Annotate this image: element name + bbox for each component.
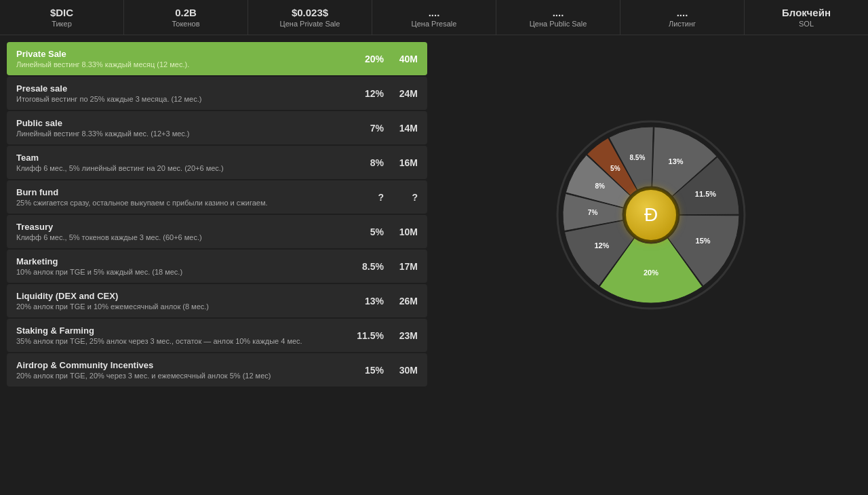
row-title-0: Private Sale bbox=[16, 49, 350, 59]
row-desc-6: 10% анлок при TGE и 5% каждый мес. (18 м… bbox=[16, 268, 350, 276]
row-left-2: Public sale Линейный вестинг 8.33% кажды… bbox=[16, 118, 350, 138]
row-title-3: Team bbox=[16, 153, 350, 163]
pie-chart: 20%12%7%8%5%8.5%13%11.5%15% Ð bbox=[542, 100, 760, 330]
row-title-1: Presale sale bbox=[16, 83, 350, 94]
allocation-row-7[interactable]: Liquidity (DEX and CEX) 20% анлок при TG… bbox=[7, 284, 427, 317]
row-desc-1: Итоговый вестинг по 25% каждые 3 месяца.… bbox=[16, 95, 350, 103]
stat-item-3: ....Цена Presale bbox=[372, 0, 496, 35]
row-left-3: Team Клифф 6 мес., 5% линейный вестинг н… bbox=[16, 153, 350, 172]
row-pct-4: ? bbox=[350, 192, 384, 203]
row-title-8: Staking & Farming bbox=[16, 325, 350, 336]
stat-item-1: 0.2BТокенов bbox=[124, 0, 248, 35]
pie-label-3: 8% bbox=[595, 182, 605, 190]
stat-value-5: .... bbox=[626, 7, 738, 18]
chart-section: 20%12%7%8%5%8.5%13%11.5%15% Ð bbox=[434, 42, 868, 388]
center-icon: Ð bbox=[644, 204, 658, 226]
row-title-5: Treasury bbox=[16, 222, 350, 232]
row-amount-9: 30M bbox=[384, 365, 418, 376]
row-title-7: Liquidity (DEX and CEX) bbox=[16, 291, 350, 301]
allocation-row-0[interactable]: Private Sale Линейный вестинг 8.33% кажд… bbox=[7, 42, 427, 75]
row-left-1: Presale sale Итоговый вестинг по 25% каж… bbox=[16, 83, 350, 103]
row-desc-9: 20% анлок при TGE, 20% через 3 мес. и еж… bbox=[16, 372, 350, 380]
row-desc-4: 25% сжигается сразу, остальное выкупаем … bbox=[16, 199, 350, 207]
row-amount-3: 16M bbox=[384, 157, 418, 168]
pie-label-1: 12% bbox=[594, 241, 609, 250]
row-amount-5: 10M bbox=[384, 226, 418, 237]
row-title-4: Burn fund bbox=[16, 187, 350, 197]
row-title-9: Airdrop & Community Incentives bbox=[16, 360, 350, 370]
stat-value-2: $0.023$ bbox=[254, 7, 366, 18]
row-amount-7: 26M bbox=[384, 296, 418, 306]
stat-label-1: Токенов bbox=[130, 20, 242, 28]
main-content: Private Sale Линейный вестинг 8.33% кажд… bbox=[0, 35, 868, 395]
row-desc-0: Линейный вестинг 8.33% каждый месяц (12 … bbox=[16, 60, 350, 68]
stat-value-4: .... bbox=[502, 7, 614, 18]
allocation-row-5[interactable]: Treasury Клифф 6 мес., 5% токенов каждые… bbox=[7, 215, 427, 248]
pie-label-7: 11.5% bbox=[695, 190, 716, 198]
row-pct-1: 12% bbox=[350, 88, 384, 99]
row-left-8: Staking & Farming 35% анлок при TGE, 25%… bbox=[16, 325, 350, 345]
row-desc-7: 20% анлок при TGE и 10% ежемесячный анло… bbox=[16, 302, 350, 311]
row-amount-1: 24M bbox=[384, 88, 418, 99]
row-pct-5: 5% bbox=[350, 226, 384, 237]
stats-bar: $DICТикер0.2BТокенов$0.023$Цена Private … bbox=[0, 0, 868, 35]
row-desc-3: Клифф 6 мес., 5% линейный вестинг на 20 … bbox=[16, 164, 350, 172]
stat-value-6: Блокчейн bbox=[750, 7, 863, 18]
stat-item-6: БлокчейнSOL bbox=[745, 0, 868, 35]
row-pct-7: 13% bbox=[350, 296, 384, 306]
pie-label-2: 7% bbox=[588, 209, 598, 216]
allocation-table: Private Sale Линейный вестинг 8.33% кажд… bbox=[0, 42, 434, 388]
row-desc-5: Клифф 6 мес., 5% токенов каждые 3 мес. (… bbox=[16, 233, 350, 241]
row-pct-9: 15% bbox=[350, 365, 384, 376]
row-pct-2: 7% bbox=[350, 123, 384, 134]
pie-label-4: 5% bbox=[610, 165, 620, 172]
row-left-5: Treasury Клифф 6 мес., 5% токенов каждые… bbox=[16, 222, 350, 241]
stat-label-6: SOL bbox=[750, 20, 863, 28]
row-pct-6: 8.5% bbox=[350, 261, 384, 272]
stat-item-0: $DICТикер bbox=[0, 0, 124, 35]
row-amount-8: 23M bbox=[384, 330, 418, 341]
allocation-row-3[interactable]: Team Клифф 6 мес., 5% линейный вестинг н… bbox=[7, 146, 427, 179]
stat-value-0: $DIC bbox=[5, 7, 118, 18]
pie-label-8: 15% bbox=[696, 237, 711, 245]
row-title-2: Public sale bbox=[16, 118, 350, 128]
stat-value-1: 0.2B bbox=[130, 7, 242, 18]
center-circle: Ð bbox=[624, 188, 678, 242]
stat-label-5: Листинг bbox=[626, 20, 738, 28]
stat-label-2: Цена Private Sale bbox=[254, 20, 366, 28]
stat-label-3: Цена Presale bbox=[378, 20, 490, 28]
stat-label-4: Цена Public Sale bbox=[502, 20, 614, 28]
stat-item-2: $0.023$Цена Private Sale bbox=[248, 0, 372, 35]
allocation-row-2[interactable]: Public sale Линейный вестинг 8.33% кажды… bbox=[7, 111, 427, 144]
row-left-4: Burn fund 25% сжигается сразу, остальное… bbox=[16, 187, 350, 207]
row-left-6: Marketing 10% анлок при TGE и 5% каждый … bbox=[16, 256, 350, 276]
allocation-row-1[interactable]: Presale sale Итоговый вестинг по 25% каж… bbox=[7, 77, 427, 110]
pie-label-6: 13% bbox=[669, 157, 684, 165]
row-left-9: Airdrop & Community Incentives 20% анлок… bbox=[16, 360, 350, 380]
stat-label-0: Тикер bbox=[5, 20, 118, 28]
row-amount-0: 40M bbox=[384, 54, 418, 64]
allocation-row-8[interactable]: Staking & Farming 35% анлок при TGE, 25%… bbox=[7, 319, 427, 352]
row-left-7: Liquidity (DEX and CEX) 20% анлок при TG… bbox=[16, 291, 350, 311]
row-pct-8: 11.5% bbox=[350, 330, 384, 341]
pie-label-5: 8.5% bbox=[630, 154, 646, 161]
row-amount-6: 17M bbox=[384, 261, 418, 272]
pie-label-0: 20% bbox=[644, 269, 658, 277]
allocation-row-6[interactable]: Marketing 10% анлок при TGE и 5% каждый … bbox=[7, 250, 427, 283]
stat-item-4: ....Цена Public Sale bbox=[496, 0, 620, 35]
row-desc-8: 35% анлок при TGE, 25% анлок через 3 мес… bbox=[16, 337, 350, 345]
allocation-row-4[interactable]: Burn fund 25% сжигается сразу, остальное… bbox=[7, 180, 427, 214]
stat-value-3: .... bbox=[378, 7, 490, 18]
row-amount-2: 14M bbox=[384, 123, 418, 134]
row-pct-3: 8% bbox=[350, 157, 384, 168]
row-amount-4: ? bbox=[384, 192, 418, 203]
row-pct-0: 20% bbox=[350, 54, 384, 64]
row-title-6: Marketing bbox=[16, 256, 350, 266]
stat-item-5: ....Листинг bbox=[620, 0, 745, 35]
row-desc-2: Линейный вестинг 8.33% каждый мес. (12+3… bbox=[16, 130, 350, 138]
row-left-0: Private Sale Линейный вестинг 8.33% кажд… bbox=[16, 49, 350, 68]
allocation-row-9[interactable]: Airdrop & Community Incentives 20% анлок… bbox=[7, 353, 427, 387]
